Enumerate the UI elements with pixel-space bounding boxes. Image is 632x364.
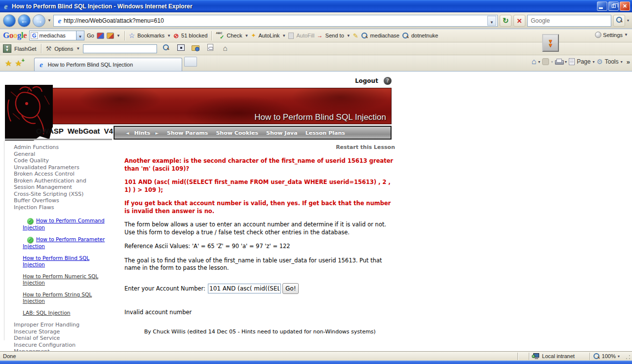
dotnetnuke-button[interactable]: dotnetnuke	[411, 33, 438, 38]
check-dropdown-icon[interactable]: ▼	[244, 34, 248, 38]
download-folder-button[interactable]	[190, 43, 201, 54]
mediachase-button[interactable]: mediachase	[370, 33, 399, 38]
sidebar-category[interactable]: General	[14, 151, 100, 158]
tab-bar: ★ ★+ e How to Perform Blind SQL Injectio…	[0, 55, 632, 72]
send-to-button[interactable]: Send to	[325, 33, 344, 38]
sidebar-category[interactable]: Broken Authentication and Session Manage…	[14, 178, 100, 191]
capture-button[interactable]	[175, 43, 187, 54]
download-all-links-button[interactable]	[204, 43, 216, 54]
menu-lesson-plans[interactable]: Lesson Plans	[305, 130, 345, 136]
page-dropdown-icon[interactable]: ▾	[592, 60, 594, 64]
lesson-link-current[interactable]: How to Perform Blind SQL Injection	[23, 255, 89, 267]
settings-dropdown-icon[interactable]: ▼	[624, 33, 628, 37]
favorites-center-button[interactable]: ★	[5, 59, 12, 68]
page-menu-button[interactable]: Page	[577, 58, 591, 65]
sidebar-category[interactable]: Code Quality	[14, 157, 100, 164]
search-mode-dropdown-icon[interactable]: ▼	[117, 34, 120, 38]
lesson-link[interactable]: How to Perform Parameter Injection	[23, 236, 105, 249]
sidebar-category[interactable]: Broken Access Control	[14, 171, 100, 178]
lesson-link[interactable]: How to Perform Numeric SQL Injection	[23, 273, 98, 286]
hints-next-icon[interactable]: ►	[155, 130, 159, 136]
sidebar-category[interactable]: Injection Flaws	[14, 204, 100, 211]
flashget-home-button[interactable]: ⌂	[219, 43, 231, 54]
zoom-level[interactable]: 100%	[602, 353, 616, 359]
help-icon[interactable]: ?	[384, 77, 392, 85]
search-box[interactable]	[527, 15, 611, 27]
minimize-button[interactable]	[597, 1, 607, 11]
search-input[interactable]	[531, 17, 611, 24]
new-tab-button[interactable]	[184, 57, 197, 67]
search-go-button[interactable]	[613, 15, 625, 27]
combo-dropdown-button[interactable]: ▼	[76, 31, 84, 40]
google-search-value[interactable]: mediachas	[40, 33, 76, 38]
popup-blocked-count[interactable]: 51 blocked	[181, 33, 207, 38]
search-images-icon[interactable]	[107, 33, 114, 39]
search-options-dropdown-icon[interactable]: ▾	[627, 18, 629, 23]
print-dropdown-icon[interactable]: ▾	[565, 60, 567, 64]
site-explorer-button[interactable]	[160, 43, 172, 54]
resize-grip[interactable]	[625, 354, 631, 361]
lesson-link[interactable]: LAB: SQL Injection	[23, 310, 70, 316]
go-button[interactable]: Go!	[282, 283, 299, 294]
options-dropdown-icon[interactable]: ▼	[76, 46, 80, 51]
highlighter-icon[interactable]: ✎	[353, 32, 358, 39]
menu-show-java[interactable]: Show Java	[266, 130, 297, 136]
history-dropdown-icon[interactable]: ▼	[47, 18, 51, 23]
print-button[interactable]	[555, 59, 563, 65]
toolbar-overflow-button[interactable]: »	[627, 58, 630, 66]
back-nav-button[interactable]: ←	[18, 14, 31, 27]
menu-hints[interactable]: Hints	[134, 130, 151, 136]
autolink-button[interactable]: AutoLink	[258, 33, 279, 38]
back-button[interactable]	[3, 14, 16, 27]
flashget-button[interactable]: FlashGet	[14, 46, 37, 52]
sidebar-category[interactable]: Insecure Storage	[14, 328, 100, 335]
google-search-combo[interactable]: G mediachas ▼	[29, 31, 84, 40]
menu-show-cookies[interactable]: Show Cookies	[216, 130, 258, 136]
flashget-search-input[interactable]	[83, 44, 157, 53]
home-dropdown-icon[interactable]: ▾	[538, 60, 540, 64]
restore-button[interactable]	[608, 1, 619, 11]
toolbar-separator	[41, 44, 41, 53]
send-to-icon: →	[317, 32, 323, 39]
feeds-button[interactable]	[542, 58, 549, 65]
options-button[interactable]: Options	[54, 46, 73, 52]
zoom-dropdown-icon[interactable]: ▾	[618, 354, 620, 359]
hint-sql-paragraph: 101 AND (asc( mid((SELECT first_name FRO…	[124, 179, 395, 194]
send-to-dropdown-icon[interactable]: ▼	[347, 34, 351, 38]
refresh-button[interactable]: ↻	[500, 15, 512, 27]
sidebar-category[interactable]: Improper Error Handling	[14, 322, 100, 328]
address-field[interactable]: e ▼	[53, 15, 498, 27]
url-input[interactable]	[64, 17, 487, 24]
sidebar-category[interactable]: Cross-Site Scripting (XSS)	[14, 191, 100, 198]
active-tab[interactable]: e How to Perform Blind SQL Injection	[34, 58, 182, 71]
flashget-drop-target[interactable]: ▼ ▼	[542, 34, 559, 52]
bookmarks-dropdown-icon[interactable]: ▼	[167, 34, 171, 38]
logout-link[interactable]: Logout	[355, 77, 378, 84]
restart-lesson-link[interactable]: Restart this Lesson	[124, 144, 395, 150]
add-favorite-button[interactable]: ★+	[15, 59, 22, 68]
bookmarks-button[interactable]: Bookmarks	[137, 33, 164, 38]
check-button[interactable]: Check	[227, 33, 242, 38]
search-site-icon[interactable]	[97, 33, 104, 39]
sidebar-category[interactable]: Denial of Service	[14, 335, 100, 342]
autolink-dropdown-icon[interactable]: ▼	[282, 34, 286, 38]
menu-show-params[interactable]: Show Params	[167, 130, 208, 136]
google-go-button[interactable]: Go	[87, 33, 94, 38]
sidebar-category[interactable]: Admin Functions	[14, 144, 100, 151]
hints-prev-icon[interactable]: ◄	[125, 130, 129, 136]
home-button[interactable]: ⌂	[531, 57, 536, 66]
close-button[interactable]: ✕	[620, 1, 630, 11]
sidebar-category[interactable]: Buffer Overflows	[14, 197, 100, 204]
lesson-link[interactable]: How to Perform Command Injection	[23, 218, 105, 230]
tools-menu-button[interactable]: Tools	[605, 58, 619, 65]
forward-nav-button[interactable]: →	[33, 14, 45, 27]
url-dropdown-icon[interactable]: ▼	[487, 16, 496, 26]
lesson-link[interactable]: How to Perform String SQL Injection	[23, 291, 92, 304]
tools-dropdown-icon[interactable]: ▾	[621, 60, 623, 64]
account-number-input[interactable]	[208, 284, 281, 293]
bookmarks-star-icon[interactable]: ☆	[129, 32, 135, 39]
monitor-target-icon	[177, 44, 185, 51]
settings-button[interactable]: Settings	[603, 32, 623, 38]
sidebar-category[interactable]: Unvalidated Parameters	[14, 164, 100, 171]
stop-button[interactable]: ✕	[514, 15, 525, 27]
